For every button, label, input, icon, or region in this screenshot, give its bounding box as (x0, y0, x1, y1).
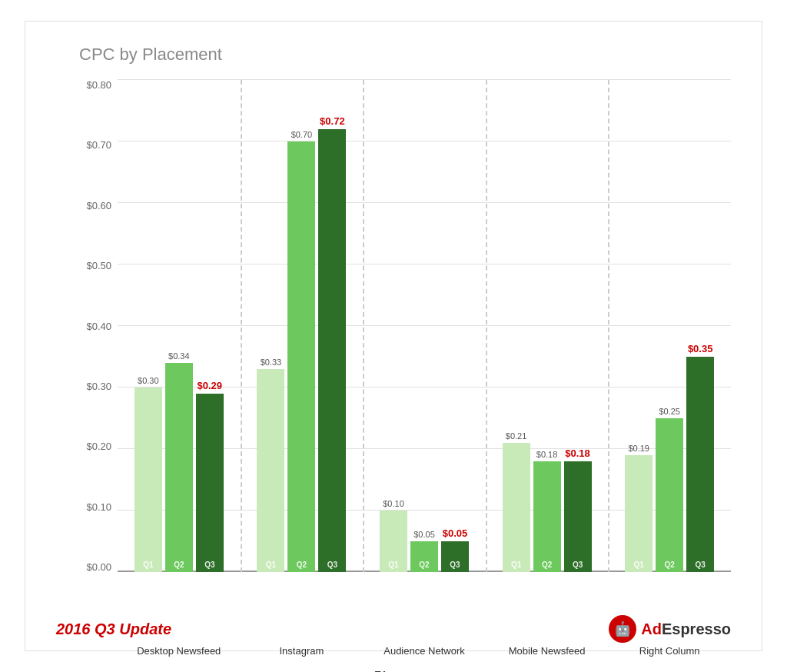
bar: Q3 (686, 357, 714, 572)
footer-update-text: 2016 Q3 Update (56, 620, 171, 638)
bar-wrapper: $0.19Q1 (625, 80, 653, 572)
bar: Q1 (380, 511, 407, 572)
bars: $0.33Q1$0.70Q2$0.72Q3 (241, 80, 364, 572)
bar-group: $0.30Q1$0.34Q2$0.29Q3 (118, 80, 241, 572)
quarter-label: Q2 (533, 561, 561, 569)
y-axis-label: $0.50 (79, 261, 118, 271)
bars: $0.10Q1$0.05Q2$0.05Q3 (363, 80, 486, 572)
quarter-label: Q1 (625, 561, 653, 569)
quarter-label: Q1 (503, 561, 530, 569)
bar: Q2 (533, 461, 561, 572)
x-axis-group-label: Right Column (608, 645, 731, 657)
y-axis: $0.00$0.10$0.20$0.30$0.40$0.50$0.60$0.70… (79, 80, 118, 572)
groups-wrapper: $0.30Q1$0.34Q2$0.29Q3$0.33Q1$0.70Q2$0.72… (118, 80, 731, 572)
bar-wrapper: $0.05Q3 (441, 80, 469, 572)
quarter-label: Q2 (410, 561, 438, 569)
bar-value-label: $0.21 (506, 431, 527, 441)
bar-wrapper: $0.30Q1 (134, 80, 162, 572)
bar: Q1 (625, 455, 653, 572)
bar-group: $0.21Q1$0.18Q2$0.18Q3 (486, 80, 609, 572)
adespresso-icon: 🤖 (609, 615, 636, 643)
x-axis-group-label: Mobile Newsfeed (486, 645, 609, 657)
quarter-label: Q2 (165, 561, 193, 569)
bar-value-label: $0.29 (198, 380, 223, 391)
bar-value-label: $0.25 (659, 407, 680, 416)
bar-value-label: $0.72 (320, 115, 345, 127)
quarter-label: Q1 (380, 561, 407, 569)
footer: 2016 Q3 Update 🤖 AdEspresso (56, 615, 731, 643)
bar-wrapper: $0.18Q3 (564, 80, 592, 572)
adespresso-logo-text: AdEspresso (641, 620, 731, 638)
bar-value-label: $0.35 (688, 343, 713, 354)
y-axis-label: $0.00 (79, 562, 118, 572)
quarter-label: Q1 (257, 561, 284, 569)
bar-group: $0.33Q1$0.70Q2$0.72Q3 (241, 80, 364, 572)
quarter-label: Q3 (441, 561, 469, 569)
bars: $0.21Q1$0.18Q2$0.18Q3 (486, 80, 609, 572)
v-separator (363, 80, 364, 572)
bar-value-label: $0.70 (291, 130, 313, 139)
quarter-label: Q3 (564, 561, 592, 569)
y-axis-label: $0.80 (79, 80, 118, 90)
quarter-label: Q3 (686, 561, 714, 569)
bar-group: $0.10Q1$0.05Q2$0.05Q3 (363, 80, 486, 572)
chart-title: CPC by Placement (79, 45, 731, 65)
y-axis-label: $0.70 (79, 140, 118, 150)
bar-value-label: $0.34 (168, 351, 190, 361)
bar-wrapper: $0.18Q2 (533, 80, 561, 572)
y-axis-label: $0.40 (79, 321, 118, 331)
bar-value-label: $0.05 (443, 527, 468, 539)
bar: Q2 (410, 541, 438, 572)
y-axis-label: $0.10 (79, 502, 118, 512)
x-axis-group-label: Instagram (241, 645, 364, 657)
y-axis-label: $0.30 (79, 381, 118, 391)
bar-value-label: $0.33 (261, 358, 282, 367)
bar-wrapper: $0.21Q1 (503, 80, 530, 572)
x-axis-group-label: Audience Network (363, 645, 486, 657)
bar: Q3 (318, 129, 346, 572)
chart-area: $0.00$0.10$0.20$0.30$0.40$0.50$0.60$0.70… (79, 80, 731, 572)
chart-container: CPC by Placement $0.00$0.10$0.20$0.30$0.… (25, 21, 762, 651)
quarter-label: Q2 (287, 561, 315, 569)
bars: $0.30Q1$0.34Q2$0.29Q3 (118, 80, 241, 572)
bar-value-label: $0.05 (413, 530, 435, 539)
bar-wrapper: $0.33Q1 (257, 80, 284, 572)
bar-wrapper: $0.72Q3 (318, 80, 346, 572)
bar: Q2 (165, 363, 193, 572)
bar-wrapper: $0.34Q2 (165, 80, 193, 572)
footer-logo-area: 🤖 AdEspresso (609, 615, 731, 643)
quarter-label: Q3 (196, 561, 224, 569)
bar: Q1 (134, 388, 162, 572)
plot-area: $0.30Q1$0.34Q2$0.29Q3$0.33Q1$0.70Q2$0.72… (118, 80, 731, 572)
y-axis-label: $0.20 (79, 441, 118, 451)
bar-value-label: $0.18 (565, 447, 590, 459)
v-separator (486, 80, 487, 572)
bar-wrapper: $0.29Q3 (196, 80, 224, 572)
bar-value-label: $0.19 (628, 444, 649, 453)
bar: Q2 (656, 418, 683, 572)
bar-wrapper: $0.10Q1 (380, 80, 407, 572)
bar-group: $0.19Q1$0.25Q2$0.35Q3 (608, 80, 731, 572)
quarter-label: Q2 (656, 561, 683, 569)
bars: $0.19Q1$0.25Q2$0.35Q3 (608, 80, 731, 572)
bar-wrapper: $0.35Q3 (686, 80, 714, 572)
y-axis-label: $0.60 (79, 201, 118, 211)
x-labels: Desktop NewsfeedInstagramAudience Networ… (118, 645, 731, 657)
bar: Q2 (287, 141, 315, 572)
quarter-label: Q1 (134, 561, 162, 569)
v-separator (608, 80, 609, 572)
bar-value-label: $0.10 (383, 499, 404, 508)
v-separator (241, 80, 242, 572)
bar-wrapper: $0.05Q2 (410, 80, 438, 572)
x-axis-group-label: Desktop Newsfeed (118, 645, 241, 657)
bar: Q3 (564, 461, 592, 572)
bar: Q1 (257, 369, 284, 572)
quarter-label: Q3 (318, 561, 346, 569)
bar-wrapper: $0.25Q2 (656, 80, 683, 572)
bar: Q3 (196, 394, 224, 572)
bar-value-label: $0.18 (536, 450, 558, 459)
bar-value-label: $0.30 (138, 376, 159, 385)
bar-wrapper: $0.70Q2 (287, 80, 315, 572)
bar: Q3 (441, 541, 469, 572)
bar: Q1 (503, 443, 530, 572)
